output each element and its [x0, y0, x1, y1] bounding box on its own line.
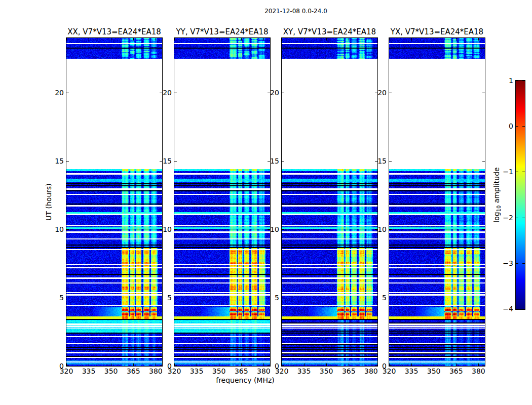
y-tick-label: 5	[59, 294, 64, 302]
y-tick-label: 15	[270, 157, 279, 165]
y-tick-label: 5	[382, 294, 387, 302]
y-tick-label: 15	[55, 157, 64, 165]
y-tick-label: 15	[377, 157, 387, 165]
x-tick-label: 380	[257, 367, 271, 375]
x-tick-label: 335	[405, 367, 419, 375]
x-tick-label: 365	[235, 367, 248, 375]
y-tick-label: 0	[382, 362, 387, 370]
y-tick-label: 5	[275, 294, 279, 302]
colorbar-gradient	[516, 80, 525, 309]
x-tick-label: 350	[320, 367, 333, 375]
y-tick-label: 0	[167, 362, 172, 370]
panel-yy	[174, 37, 271, 367]
y-tick-label: 20	[163, 89, 172, 97]
colorbar-tick-label: −3	[503, 259, 513, 267]
x-axis-label: frequency (MHz)	[216, 376, 275, 384]
spectrogram-canvas-xy	[282, 38, 377, 366]
panel-xx	[66, 37, 163, 367]
y-tick-label: 10	[55, 225, 64, 233]
panel-title-yx: YX, V7*V13=EA24*EA18	[391, 27, 483, 36]
y-tick-label: 0	[59, 362, 64, 370]
y-tick-label: 10	[163, 225, 172, 233]
figure: 2021-12-08 0.0-24.0 UT (hours) frequency…	[0, 0, 532, 405]
panel-title-yy: YY, V7*V13=EA24*EA18	[176, 27, 268, 36]
colorbar	[515, 80, 525, 310]
colorbar-label-sub: 10	[496, 206, 502, 212]
x-tick-label: 350	[427, 367, 441, 375]
x-tick-label: 350	[104, 367, 118, 375]
x-tick-label: 380	[149, 367, 163, 375]
y-tick-label: 20	[55, 89, 64, 97]
panel-title-xx: XX, V7*V13=EA24*EA18	[67, 27, 161, 36]
spectrogram-canvas-xx	[66, 38, 162, 366]
colorbar-tick-label: 1	[509, 76, 513, 85]
colorbar-tick-label: 0	[509, 122, 513, 130]
colorbar-tick-label: −4	[503, 305, 513, 313]
y-tick-label: 5	[167, 294, 172, 302]
colorbar-tick-label: −1	[503, 168, 513, 176]
x-tick-label: 365	[449, 367, 463, 375]
panel-yx	[389, 37, 485, 367]
x-tick-label: 365	[342, 367, 356, 375]
colorbar-label-suffix: amplitude	[492, 167, 501, 205]
colorbar-label-prefix: log	[492, 212, 501, 222]
x-tick-label: 380	[472, 367, 485, 375]
y-tick-label: 15	[163, 157, 172, 165]
x-tick-label: 350	[212, 367, 226, 375]
y-tick-label: 20	[270, 89, 279, 97]
x-tick-label: 335	[297, 367, 311, 375]
x-tick-label: 335	[82, 367, 96, 375]
x-tick-label: 335	[190, 367, 204, 375]
colorbar-label: log10 amplitude	[492, 167, 502, 222]
y-tick-label: 10	[377, 225, 387, 233]
figure-title: 2021-12-08 0.0-24.0	[264, 8, 327, 15]
spectrogram-canvas-yy	[174, 38, 270, 366]
x-tick-label: 380	[364, 367, 378, 375]
panel-xy	[281, 37, 378, 367]
spectrogram-canvas-yx	[389, 38, 485, 366]
x-tick-label: 365	[127, 367, 140, 375]
y-tick-label: 0	[275, 362, 279, 370]
colorbar-tick-label: −2	[503, 214, 513, 222]
panel-title-xy: XY, V7*V13=EA24*EA18	[283, 27, 376, 36]
y-axis-label: UT (hours)	[45, 183, 53, 221]
y-tick-label: 10	[270, 225, 279, 233]
y-tick-label: 20	[377, 89, 387, 97]
